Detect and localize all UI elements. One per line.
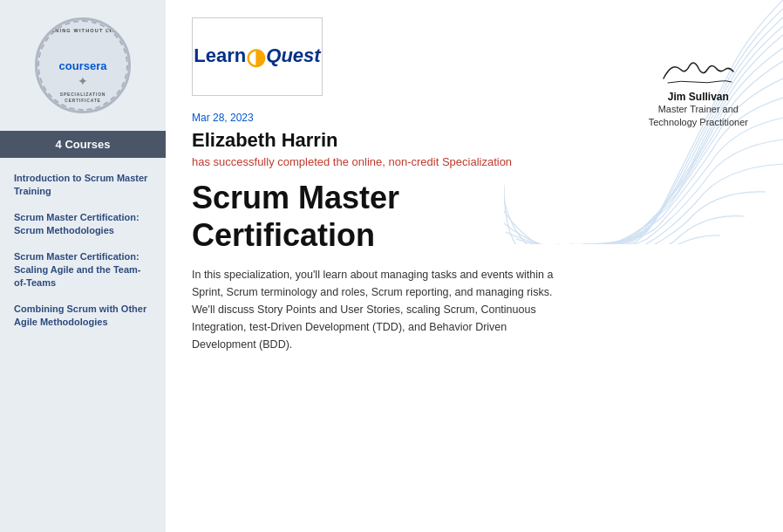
completion-text: has successfully completed the online, n… xyxy=(192,155,757,168)
signer-name: Jim Sullivan xyxy=(649,91,748,103)
cert-title-line2: Certification xyxy=(192,217,375,253)
logo-highlight: ◑ xyxy=(246,44,266,70)
courses-count-label: 4 Courses xyxy=(56,138,111,151)
cert-title: Scrum Master Certification xyxy=(192,179,757,254)
signature-area: Jim Sullivan Master Trainer and Technolo… xyxy=(649,52,748,130)
badge-circle: LEARNING WITHOUT LIMITS coursera ✦ SPECI… xyxy=(35,17,131,113)
main-content: Learn◑Quest Mar 28, 2023 Elizabeth Harri… xyxy=(166,0,783,532)
completion-before: has successfully completed the online, n… xyxy=(192,155,512,168)
cert-description: In this specialization, you'll learn abo… xyxy=(192,266,567,353)
signer-title-line1: Master Trainer and xyxy=(658,104,739,114)
sidebar-course-item-3[interactable]: Scrum Master Certification: Scaling Agil… xyxy=(14,250,152,290)
sidebar: LEARNING WITHOUT LIMITS coursera ✦ SPECI… xyxy=(0,0,166,532)
badge-area: LEARNING WITHOUT LIMITS coursera ✦ SPECI… xyxy=(0,0,166,122)
sidebar-course-item-4[interactable]: Combining Scrum with Other Agile Methodo… xyxy=(14,303,152,330)
logo-box: Learn◑Quest xyxy=(192,17,323,96)
signer-title: Master Trainer and Technology Practition… xyxy=(649,103,748,130)
sidebar-courses-list: Introduction to Scrum Master Training Sc… xyxy=(0,158,166,342)
sidebar-course-item-2[interactable]: Scrum Master Certification: Scrum Method… xyxy=(14,211,152,238)
signature-svg xyxy=(655,52,742,87)
recipient-name: Elizabeth Harrin xyxy=(192,129,757,152)
sidebar-course-item-1[interactable]: Introduction to Scrum Master Training xyxy=(14,172,152,199)
cert-title-line1: Scrum Master xyxy=(192,180,399,215)
courses-count-bar: 4 Courses xyxy=(0,131,166,158)
learnquest-logo: Learn◑Quest xyxy=(194,44,320,71)
signer-title-line2: Technology Practitioner xyxy=(649,117,748,127)
